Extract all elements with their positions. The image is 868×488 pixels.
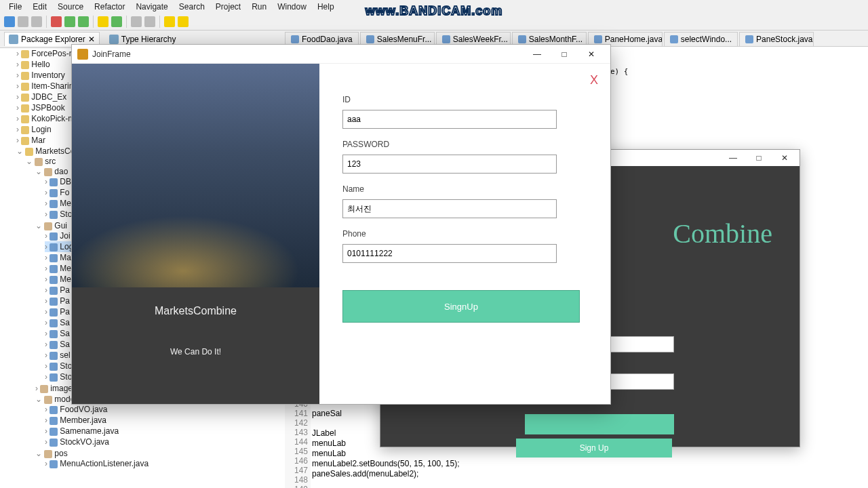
- password-input[interactable]: [342, 155, 557, 174]
- package-explorer-icon: [9, 35, 18, 44]
- new-package-icon[interactable]: [98, 16, 108, 27]
- debug-icon[interactable]: [51, 16, 62, 27]
- save-all-icon[interactable]: [31, 16, 42, 27]
- id-label: ID: [342, 95, 587, 104]
- cu-item: MenuActionListener.java: [45, 458, 285, 469]
- menu-navigate[interactable]: Navigate: [131, 1, 172, 12]
- signup-button[interactable]: SingnUp: [342, 290, 580, 323]
- menu-window[interactable]: Window: [273, 1, 311, 12]
- bandicam-watermark: www.BANDICAM.com: [366, 4, 502, 18]
- java-icon: [77, 49, 88, 60]
- back-icon[interactable]: [164, 16, 175, 27]
- id-input[interactable]: [342, 110, 557, 129]
- menu-search[interactable]: Search: [174, 1, 210, 12]
- menu-help[interactable]: Help: [313, 1, 339, 12]
- brand-slogan: We Can Do It!: [72, 347, 319, 357]
- editor-tab[interactable]: PaneStock.java: [739, 32, 814, 46]
- login-signup-button[interactable]: Sign Up: [516, 439, 672, 458]
- save-icon[interactable]: [18, 16, 28, 27]
- editor-tab[interactable]: selectWindo...: [664, 32, 738, 46]
- menu-run[interactable]: Run: [247, 1, 271, 12]
- maximize-button[interactable]: □: [749, 153, 768, 163]
- menu-project[interactable]: Project: [211, 1, 245, 12]
- coverage-icon[interactable]: [78, 16, 89, 27]
- join-left-panel: MarketsCombine We Can Do It!: [72, 64, 319, 404]
- phone-label: Phone: [342, 229, 587, 239]
- menu-edit[interactable]: Edit: [28, 1, 52, 12]
- join-titlebar[interactable]: JoinFrame — □ ✕: [72, 45, 610, 64]
- cu-item: Member.java: [45, 415, 285, 426]
- join-title: JoinFrame: [92, 49, 524, 59]
- hierarchy-icon: [109, 35, 119, 44]
- close-button[interactable]: ✕: [775, 153, 794, 163]
- join-form: X ID PASSWORD Name Phone SingnUp: [319, 64, 610, 404]
- cu-item: FoodVO.java: [45, 404, 285, 415]
- hero-image: [72, 64, 319, 287]
- menu-file[interactable]: File: [4, 1, 26, 12]
- maximize-button[interactable]: □: [551, 49, 578, 59]
- brand-title: MarketsCombine: [72, 305, 319, 317]
- name-label: Name: [342, 184, 587, 194]
- line-gutter: 140141142143144145146147148149: [285, 399, 311, 488]
- code-fragment: e) {: [610, 67, 629, 76]
- menu-refactor[interactable]: Refactor: [90, 1, 130, 12]
- minimize-button[interactable]: —: [724, 153, 743, 163]
- login-button[interactable]: [525, 414, 674, 434]
- close-button[interactable]: ✕: [578, 49, 605, 59]
- cu-item: StockVO.java: [45, 436, 285, 447]
- close-x-button[interactable]: X: [590, 73, 598, 87]
- menu-source[interactable]: Source: [53, 1, 88, 12]
- phone-input[interactable]: [342, 244, 557, 263]
- new-icon[interactable]: [4, 16, 15, 27]
- password-label: PASSWORD: [342, 140, 587, 149]
- cu-item: Samename.java: [45, 426, 285, 436]
- package-item: pos MenuActionListener.java: [35, 448, 285, 470]
- search-icon[interactable]: [144, 16, 155, 27]
- new-class-icon[interactable]: [111, 16, 122, 27]
- login-brand: Combine: [673, 218, 772, 249]
- forward-icon[interactable]: [178, 16, 189, 27]
- minimize-button[interactable]: —: [524, 49, 551, 59]
- join-frame-window: JoinFrame — □ ✕ MarketsCombine We Can Do…: [71, 44, 611, 405]
- open-type-icon[interactable]: [131, 16, 142, 27]
- run-icon[interactable]: [64, 16, 75, 27]
- name-input[interactable]: [342, 199, 557, 218]
